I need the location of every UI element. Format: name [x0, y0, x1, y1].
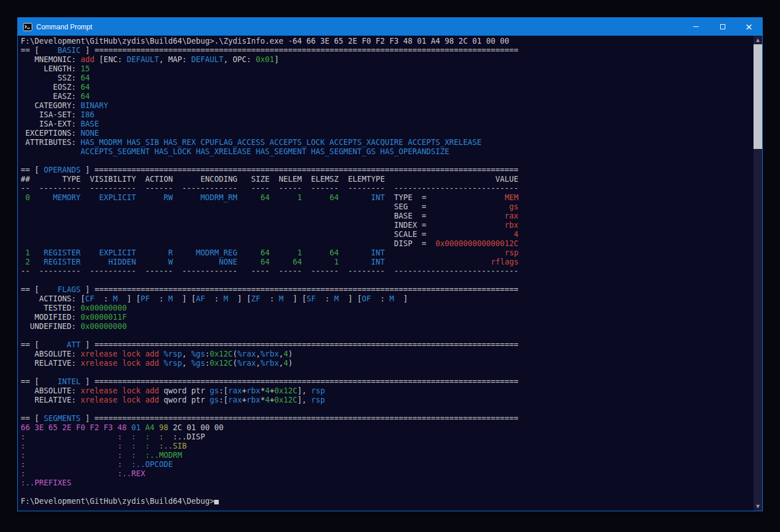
console-line: == [ BASIC ] ===========================…: [21, 46, 753, 55]
console-line: 0 MEMORY EXPLICIT RW MODRM_RM 64 1 64 IN…: [21, 193, 753, 202]
console-line: SCALE = 4: [21, 230, 753, 239]
console-line: == [ ATT ] =============================…: [21, 340, 753, 350]
console-line: ATTRIBUTES: HAS_MODRM HAS_SIB HAS_REX CP…: [21, 138, 753, 147]
scrollbar-track[interactable]: [754, 44, 762, 502]
minimize-icon: [693, 26, 699, 27]
console-line: ## TYPE VISIBILITY ACTION ENCODING SIZE …: [21, 175, 753, 184]
console-line: UNDEFINED: 0x00000000: [21, 322, 753, 331]
console-line: : : : : : :..DISP: [21, 433, 753, 442]
console-line: : : : :..MODRM: [21, 451, 753, 460]
scrollbar-thumb[interactable]: [754, 44, 762, 149]
command-prompt-window: Command Prompt × F:\Development\GitHub\z…: [17, 17, 763, 511]
console-line: INDEX = rbx: [21, 221, 753, 230]
console-line: ISA-EXT: BASE: [21, 120, 753, 129]
console-line: [21, 331, 753, 340]
console-line: == [ INTEL ] ===========================…: [21, 377, 753, 386]
title-bar[interactable]: Command Prompt ×: [18, 18, 762, 36]
console-line: 1 REGISTER EXPLICIT R MODRM_REG 64 1 64 …: [21, 248, 753, 258]
console-line: ISA-SET: I86: [21, 110, 753, 120]
console-line: SEG = gs: [21, 202, 753, 212]
console-line: : : : : :..SIB: [21, 442, 753, 451]
console-line: == [ FLAGS ] ===========================…: [21, 285, 753, 294]
console-line: MNEMONIC: add [ENC: DEFAULT, MAP: DEFAUL…: [21, 55, 753, 64]
console-line: RELATIVE: xrelease lock add qword ptr gs…: [21, 396, 753, 405]
console-line: == [ SEGMENTS ] ========================…: [21, 414, 753, 423]
console-line: MODIFIED: 0x0000011F: [21, 313, 753, 322]
console-line: DISP = 0x000000000000012C: [21, 239, 753, 248]
console-line: ABSOLUTE: xrelease lock add qword ptr gs…: [21, 386, 753, 396]
console-line: ABSOLUTE: xrelease lock add %rsp, %gs:0x…: [21, 350, 753, 359]
console-line: : :..REX: [21, 469, 753, 479]
maximize-button[interactable]: [709, 18, 736, 36]
console-line: LENGTH: 15: [21, 64, 753, 74]
console-line: EXCEPTIONS: NONE: [21, 129, 753, 138]
close-button[interactable]: ×: [736, 18, 762, 36]
console-line: ACTIONS: [CF : M ] [PF : M ] [AF : M ] […: [21, 294, 753, 304]
console-line: [21, 156, 753, 166]
console-line: ACCEPTS_SEGMENT HAS_LOCK HAS_XRELEASE HA…: [21, 147, 753, 156]
scrollbar[interactable]: ▲ ▼: [754, 36, 762, 511]
console-line: :..PREFIXES: [21, 479, 753, 488]
console-line: : : :..OPCODE: [21, 460, 753, 469]
scroll-up-button[interactable]: ▲: [754, 36, 762, 44]
console-line: EOSZ: 64: [21, 83, 753, 92]
console-line: RELATIVE: xrelease lock add %rsp, %gs:0x…: [21, 359, 753, 368]
console-area: F:\Development\GitHub\zydis\Build64\Debu…: [18, 36, 762, 511]
console-line: F:\Development\GitHub\zydis\Build64\Debu…: [21, 497, 753, 506]
text-cursor: [214, 500, 219, 504]
console-line: == [ OPERANDS ] ========================…: [21, 166, 753, 175]
console-output: F:\Development\GitHub\zydis\Build64\Debu…: [21, 37, 753, 506]
console-line: [21, 488, 753, 497]
console-line: CATEGORY: BINARY: [21, 101, 753, 110]
close-icon: ×: [745, 22, 752, 32]
console-line: -- --------- ---------- ------ ---------…: [21, 267, 753, 276]
console-line: 2 REGISTER HIDDEN W NONE 64 64 1 INT rfl…: [21, 258, 753, 267]
console-line: TESTED: 0x00000000: [21, 304, 753, 313]
window-title: Command Prompt: [36, 23, 92, 31]
console-line: [21, 405, 753, 414]
caption-buttons: ×: [683, 18, 762, 36]
console-line: BASE = rax: [21, 212, 753, 221]
console-line: -- --------- ---------- ------ ---------…: [21, 184, 753, 193]
maximize-icon: [720, 24, 725, 29]
console-line: SSZ: 64: [21, 74, 753, 83]
minimize-button[interactable]: [683, 18, 709, 36]
scroll-down-button[interactable]: ▼: [754, 502, 762, 511]
console-line: EASZ: 64: [21, 92, 753, 101]
cmd-icon: [23, 22, 32, 32]
console-line: [21, 276, 753, 285]
console-line: F:\Development\GitHub\zydis\Build64\Debu…: [21, 37, 753, 46]
console-line: 66 3E 65 2E F0 F2 F3 48 01 A4 98 2C 01 0…: [21, 423, 753, 433]
console-line: [21, 368, 753, 377]
